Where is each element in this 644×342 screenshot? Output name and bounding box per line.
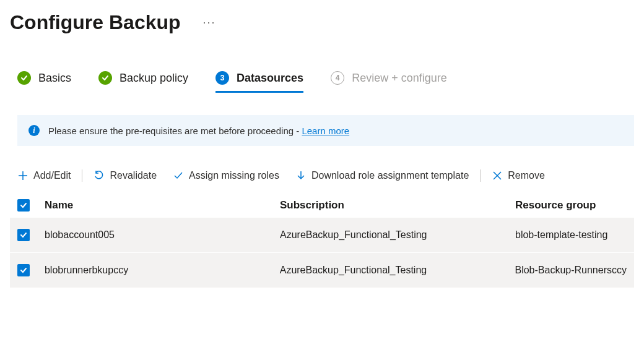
more-icon[interactable]: ··· <box>203 16 216 29</box>
cell-name: blobaccount005 <box>45 229 280 241</box>
datasources-table: Name Subscription Resource group blobacc… <box>10 193 634 288</box>
separator <box>82 169 82 182</box>
add-edit-button[interactable]: Add/Edit <box>17 170 71 181</box>
remove-button[interactable]: Remove <box>492 170 545 181</box>
column-header-subscription[interactable]: Subscription <box>280 199 515 212</box>
check-icon <box>173 170 184 181</box>
step-number-icon: 3 <box>215 71 229 85</box>
button-label: Revalidate <box>110 170 157 181</box>
check-icon <box>17 71 31 85</box>
cell-subscription: AzureBackup_Functional_Testing <box>280 265 515 276</box>
plus-icon <box>17 170 28 181</box>
download-template-button[interactable]: Download role assignment template <box>295 170 469 181</box>
table-header: Name Subscription Resource group <box>10 193 634 218</box>
info-banner: i Please ensure the pre-requisites are m… <box>17 115 634 146</box>
step-label: Datasources <box>237 72 303 85</box>
select-all-checkbox[interactable] <box>17 199 30 212</box>
cell-resource-group: blob-template-testing <box>515 229 627 241</box>
table-row[interactable]: blobrunnerbkupccy AzureBackup_Functional… <box>10 253 634 288</box>
row-checkbox[interactable] <box>17 264 30 276</box>
cell-subscription: AzureBackup_Functional_Testing <box>280 229 515 241</box>
download-icon <box>295 170 307 181</box>
info-text: Please ensure the pre-requisites are met… <box>48 126 349 136</box>
step-review-configure: 4 Review + configure <box>331 71 447 93</box>
wizard-steps: Basics Backup policy 3 Datasources 4 Rev… <box>10 71 634 93</box>
toolbar: Add/Edit Revalidate Assign missing roles… <box>10 169 634 182</box>
close-icon <box>492 170 503 181</box>
step-label: Backup policy <box>120 72 188 85</box>
button-label: Download role assignment template <box>311 170 469 181</box>
step-backup-policy[interactable]: Backup policy <box>98 71 188 93</box>
cell-resource-group: Blob-Backup-Runnersccy <box>515 265 627 276</box>
cell-name: blobrunnerbkupccy <box>45 265 280 276</box>
step-label: Review + configure <box>352 72 447 85</box>
step-number-icon: 4 <box>331 71 344 85</box>
column-header-resource-group[interactable]: Resource group <box>515 199 627 212</box>
info-icon: i <box>28 125 40 136</box>
table-row[interactable]: blobaccount005 AzureBackup_Functional_Te… <box>10 218 634 253</box>
refresh-icon <box>94 170 105 181</box>
button-label: Remove <box>508 170 545 181</box>
check-icon <box>98 71 112 85</box>
revalidate-button[interactable]: Revalidate <box>94 170 157 181</box>
assign-roles-button[interactable]: Assign missing roles <box>173 170 279 181</box>
column-header-name[interactable]: Name <box>45 199 280 212</box>
step-label: Basics <box>38 72 71 85</box>
step-basics[interactable]: Basics <box>17 71 71 93</box>
button-label: Assign missing roles <box>189 170 279 181</box>
row-checkbox[interactable] <box>17 229 30 241</box>
separator <box>480 169 481 182</box>
learn-more-link[interactable]: Learn more <box>302 126 349 136</box>
button-label: Add/Edit <box>33 170 71 181</box>
page-title: Configure Backup <box>10 11 181 34</box>
step-datasources[interactable]: 3 Datasources <box>215 71 303 93</box>
